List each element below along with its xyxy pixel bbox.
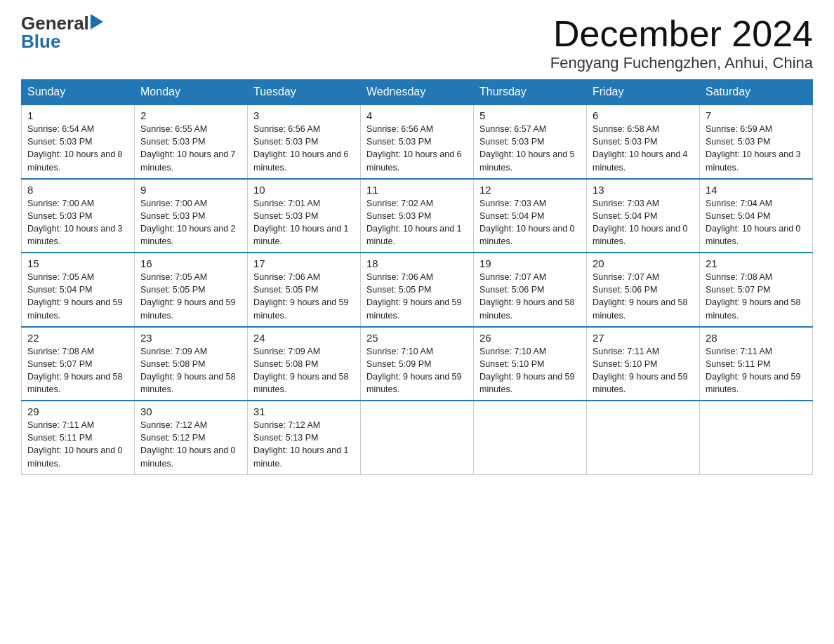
week-row-3: 15 Sunrise: 7:05 AMSunset: 5:04 PMDaylig… [22, 253, 813, 327]
day-header-monday: Monday [135, 80, 248, 105]
day-number: 31 [253, 405, 355, 417]
day-info: Sunrise: 6:57 AMSunset: 5:03 PMDaylight:… [479, 123, 581, 174]
day-number: 7 [706, 109, 807, 121]
day-number: 4 [366, 109, 468, 121]
day-header-friday: Friday [587, 80, 700, 105]
logo-arrow-icon [91, 14, 103, 29]
calendar-cell: 5 Sunrise: 6:57 AMSunset: 5:03 PMDayligh… [474, 105, 587, 179]
day-number: 23 [140, 332, 241, 344]
day-number: 12 [479, 184, 581, 196]
day-info: Sunrise: 7:00 AMSunset: 5:03 PMDaylight:… [27, 197, 128, 248]
calendar-cell: 27 Sunrise: 7:11 AMSunset: 5:10 PMDaylig… [587, 327, 700, 401]
day-header-tuesday: Tuesday [248, 80, 361, 105]
calendar-cell: 12 Sunrise: 7:03 AMSunset: 5:04 PMDaylig… [474, 179, 587, 253]
calendar-cell: 30 Sunrise: 7:12 AMSunset: 5:12 PMDaylig… [135, 401, 248, 474]
day-number: 14 [706, 184, 807, 196]
calendar-cell: 14 Sunrise: 7:04 AMSunset: 5:04 PMDaylig… [700, 179, 813, 253]
day-info: Sunrise: 6:55 AMSunset: 5:03 PMDaylight:… [140, 123, 241, 174]
day-info: Sunrise: 6:56 AMSunset: 5:03 PMDaylight:… [253, 123, 355, 174]
week-row-4: 22 Sunrise: 7:08 AMSunset: 5:07 PMDaylig… [22, 327, 813, 401]
day-info: Sunrise: 7:07 AMSunset: 5:06 PMDaylight:… [593, 271, 694, 322]
day-number: 3 [253, 109, 355, 121]
day-info: Sunrise: 7:06 AMSunset: 5:05 PMDaylight:… [366, 271, 468, 322]
day-info: Sunrise: 7:03 AMSunset: 5:04 PMDaylight:… [479, 197, 581, 248]
day-number: 18 [366, 257, 468, 269]
day-number: 16 [140, 257, 241, 269]
day-number: 24 [253, 332, 355, 344]
calendar-cell: 22 Sunrise: 7:08 AMSunset: 5:07 PMDaylig… [22, 327, 135, 401]
calendar-cell: 1 Sunrise: 6:54 AMSunset: 5:03 PMDayligh… [22, 105, 135, 179]
day-number: 26 [479, 332, 581, 344]
day-info: Sunrise: 7:10 AMSunset: 5:09 PMDaylight:… [366, 345, 468, 396]
calendar-cell: 3 Sunrise: 6:56 AMSunset: 5:03 PMDayligh… [248, 105, 361, 179]
days-header-row: SundayMondayTuesdayWednesdayThursdayFrid… [22, 80, 813, 105]
calendar-cell: 18 Sunrise: 7:06 AMSunset: 5:05 PMDaylig… [361, 253, 474, 327]
calendar-cell: 19 Sunrise: 7:07 AMSunset: 5:06 PMDaylig… [474, 253, 587, 327]
page-header: General Blue December 2024 Fengyang Fuch… [21, 14, 813, 72]
day-number: 11 [366, 184, 468, 196]
day-info: Sunrise: 7:02 AMSunset: 5:03 PMDaylight:… [366, 197, 468, 248]
calendar-cell: 16 Sunrise: 7:05 AMSunset: 5:05 PMDaylig… [135, 253, 248, 327]
calendar-cell: 20 Sunrise: 7:07 AMSunset: 5:06 PMDaylig… [587, 253, 700, 327]
day-info: Sunrise: 7:05 AMSunset: 5:04 PMDaylight:… [27, 271, 128, 322]
day-info: Sunrise: 7:11 AMSunset: 5:11 PMDaylight:… [27, 419, 128, 470]
day-number: 29 [27, 405, 128, 417]
day-number: 9 [140, 184, 241, 196]
month-title: December 2024 [550, 14, 813, 54]
day-number: 22 [27, 332, 128, 344]
day-info: Sunrise: 7:12 AMSunset: 5:13 PMDaylight:… [253, 419, 355, 470]
calendar-cell: 13 Sunrise: 7:03 AMSunset: 5:04 PMDaylig… [587, 179, 700, 253]
svg-marker-0 [91, 14, 103, 29]
calendar-cell: 26 Sunrise: 7:10 AMSunset: 5:10 PMDaylig… [474, 327, 587, 401]
day-info: Sunrise: 7:07 AMSunset: 5:06 PMDaylight:… [479, 271, 581, 322]
day-header-thursday: Thursday [474, 80, 587, 105]
calendar-cell: 9 Sunrise: 7:00 AMSunset: 5:03 PMDayligh… [135, 179, 248, 253]
calendar-cell [361, 401, 474, 474]
day-info: Sunrise: 7:11 AMSunset: 5:10 PMDaylight:… [593, 345, 694, 396]
calendar-cell [587, 401, 700, 474]
day-number: 25 [366, 332, 468, 344]
calendar-cell: 29 Sunrise: 7:11 AMSunset: 5:11 PMDaylig… [22, 401, 135, 474]
calendar-cell: 25 Sunrise: 7:10 AMSunset: 5:09 PMDaylig… [361, 327, 474, 401]
calendar-cell: 28 Sunrise: 7:11 AMSunset: 5:11 PMDaylig… [700, 327, 813, 401]
day-number: 6 [593, 109, 694, 121]
day-info: Sunrise: 6:54 AMSunset: 5:03 PMDaylight:… [27, 123, 128, 174]
calendar-cell: 17 Sunrise: 7:06 AMSunset: 5:05 PMDaylig… [248, 253, 361, 327]
week-row-5: 29 Sunrise: 7:11 AMSunset: 5:11 PMDaylig… [22, 401, 813, 474]
day-header-saturday: Saturday [700, 80, 813, 105]
day-info: Sunrise: 7:06 AMSunset: 5:05 PMDaylight:… [253, 271, 355, 322]
day-info: Sunrise: 7:01 AMSunset: 5:03 PMDaylight:… [253, 197, 355, 248]
day-info: Sunrise: 6:58 AMSunset: 5:03 PMDaylight:… [593, 123, 694, 174]
day-number: 5 [479, 109, 581, 121]
day-info: Sunrise: 7:11 AMSunset: 5:11 PMDaylight:… [706, 345, 807, 396]
day-number: 20 [593, 257, 694, 269]
day-number: 28 [706, 332, 807, 344]
day-number: 17 [253, 257, 355, 269]
day-info: Sunrise: 6:56 AMSunset: 5:03 PMDaylight:… [366, 123, 468, 174]
day-number: 19 [479, 257, 581, 269]
day-info: Sunrise: 7:04 AMSunset: 5:04 PMDaylight:… [706, 197, 807, 248]
location-text: Fengyang Fuchengzhen, Anhui, China [550, 54, 813, 72]
calendar-cell: 10 Sunrise: 7:01 AMSunset: 5:03 PMDaylig… [248, 179, 361, 253]
calendar-cell [700, 401, 813, 474]
calendar-cell: 21 Sunrise: 7:08 AMSunset: 5:07 PMDaylig… [700, 253, 813, 327]
calendar-cell: 24 Sunrise: 7:09 AMSunset: 5:08 PMDaylig… [248, 327, 361, 401]
day-number: 10 [253, 184, 355, 196]
day-info: Sunrise: 7:09 AMSunset: 5:08 PMDaylight:… [253, 345, 355, 396]
week-row-1: 1 Sunrise: 6:54 AMSunset: 5:03 PMDayligh… [22, 105, 813, 179]
calendar-cell: 31 Sunrise: 7:12 AMSunset: 5:13 PMDaylig… [248, 401, 361, 474]
day-info: Sunrise: 6:59 AMSunset: 5:03 PMDaylight:… [706, 123, 807, 174]
day-info: Sunrise: 7:05 AMSunset: 5:05 PMDaylight:… [140, 271, 241, 322]
day-number: 27 [593, 332, 694, 344]
day-number: 15 [27, 257, 128, 269]
week-row-2: 8 Sunrise: 7:00 AMSunset: 5:03 PMDayligh… [22, 179, 813, 253]
day-number: 2 [140, 109, 241, 121]
title-area: December 2024 Fengyang Fuchengzhen, Anhu… [550, 14, 813, 72]
day-header-sunday: Sunday [22, 80, 135, 105]
day-header-wednesday: Wednesday [361, 80, 474, 105]
calendar-cell: 6 Sunrise: 6:58 AMSunset: 5:03 PMDayligh… [587, 105, 700, 179]
calendar-cell [474, 401, 587, 474]
calendar-cell: 4 Sunrise: 6:56 AMSunset: 5:03 PMDayligh… [361, 105, 474, 179]
logo-general-text: General [21, 14, 89, 32]
day-number: 21 [706, 257, 807, 269]
